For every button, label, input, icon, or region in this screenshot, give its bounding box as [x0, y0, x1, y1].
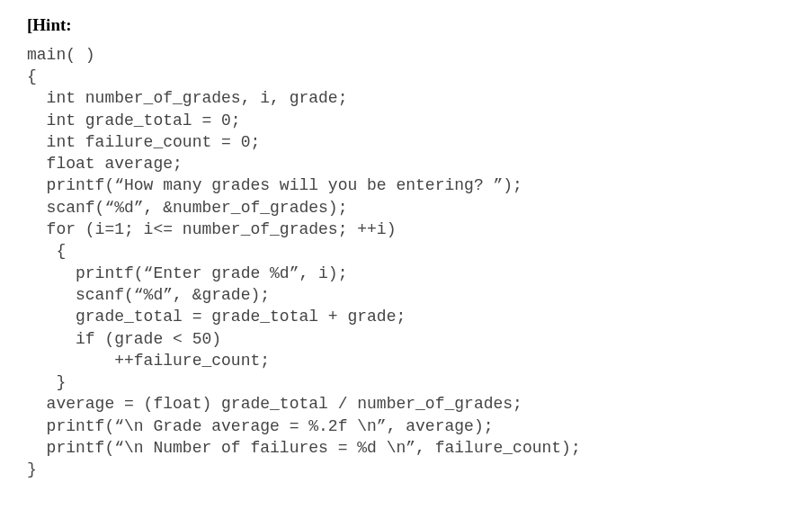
hint-header: [Hint:	[27, 13, 72, 37]
code-line: }	[27, 373, 66, 391]
code-line: printf(“Enter grade %d”, i);	[27, 264, 347, 282]
code-listing: main( ) { int number_of_grades, i, grade…	[27, 44, 785, 481]
code-line: main( )	[27, 46, 95, 64]
code-line: float average;	[27, 155, 183, 173]
code-line: int grade_total = 0;	[27, 112, 241, 130]
code-line: }	[27, 460, 37, 478]
code-line: printf(“\n Number of failures = %d \n”, …	[27, 439, 581, 457]
code-line: printf(“\n Grade average = %.2f \n”, ave…	[27, 417, 493, 435]
code-line: scanf(“%d”, &grade);	[27, 286, 270, 304]
code-line: {	[27, 67, 37, 85]
code-line: average = (float) grade_total / number_o…	[27, 395, 522, 413]
code-line: int number_of_grades, i, grade;	[27, 89, 347, 107]
code-line: grade_total = grade_total + grade;	[27, 308, 406, 326]
code-line: for (i=1; i<= number_of_grades; ++i)	[27, 220, 396, 238]
code-line: scanf(“%d”, &number_of_grades);	[27, 199, 347, 217]
code-line: ++failure_count;	[27, 352, 270, 370]
code-line: printf(“How many grades will you be ente…	[27, 176, 522, 194]
code-line: if (grade < 50)	[27, 330, 221, 348]
code-line: int failure_count = 0;	[27, 133, 260, 151]
code-line: {	[27, 242, 66, 260]
